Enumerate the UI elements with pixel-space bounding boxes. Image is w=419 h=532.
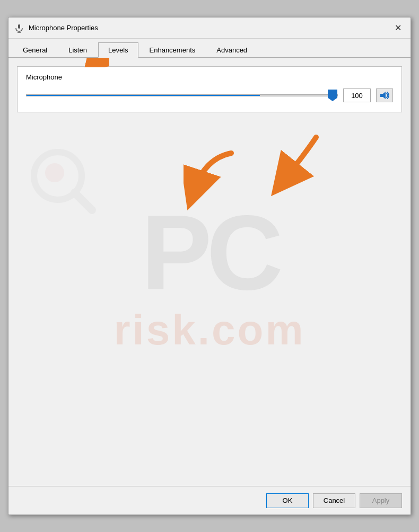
tabs-bar: General Listen Levels Enhancements Advan… — [8, 39, 411, 58]
ok-button[interactable]: OK — [266, 493, 309, 508]
svg-rect-0 — [18, 24, 20, 29]
slider-container — [26, 87, 338, 103]
window-icon — [14, 23, 24, 33]
bottom-bar: OK Cancel Apply — [8, 486, 411, 515]
arrow-annotation-1 — [184, 148, 247, 211]
content-area: Microphone — [8, 58, 411, 486]
svg-point-6 — [45, 163, 64, 182]
microphone-section: Microphone — [17, 66, 402, 112]
svg-line-5 — [75, 193, 92, 210]
window-title: Microphone Properties — [29, 24, 390, 32]
watermark-area: PC risk.com — [8, 100, 411, 454]
tab-enhancements[interactable]: Enhancements — [139, 42, 206, 58]
arrow-annotation-2 — [268, 132, 332, 201]
apply-button[interactable]: Apply — [360, 493, 402, 508]
watermark-risk-text: risk.com — [114, 306, 305, 354]
tab-listen[interactable]: Listen — [58, 42, 97, 58]
watermark-icon — [24, 143, 104, 222]
microphone-label: Microphone — [26, 73, 393, 81]
properties-window: Microphone Properties ✕ General Listen L… — [8, 17, 411, 515]
close-button[interactable]: ✕ — [390, 21, 405, 36]
volume-value-input[interactable] — [343, 88, 371, 102]
slider-row — [26, 87, 393, 103]
volume-slider[interactable] — [26, 94, 338, 96]
tab-levels[interactable]: Levels — [98, 42, 138, 58]
svg-marker-3 — [380, 92, 386, 99]
title-bar: Microphone Properties ✕ — [8, 17, 411, 39]
tab-advanced[interactable]: Advanced — [206, 42, 257, 58]
mute-button[interactable] — [376, 88, 393, 102]
cancel-button[interactable]: Cancel — [313, 493, 355, 508]
svg-point-4 — [34, 152, 82, 200]
tab-general[interactable]: General — [13, 42, 57, 58]
watermark-pc-text: PC — [141, 200, 278, 306]
